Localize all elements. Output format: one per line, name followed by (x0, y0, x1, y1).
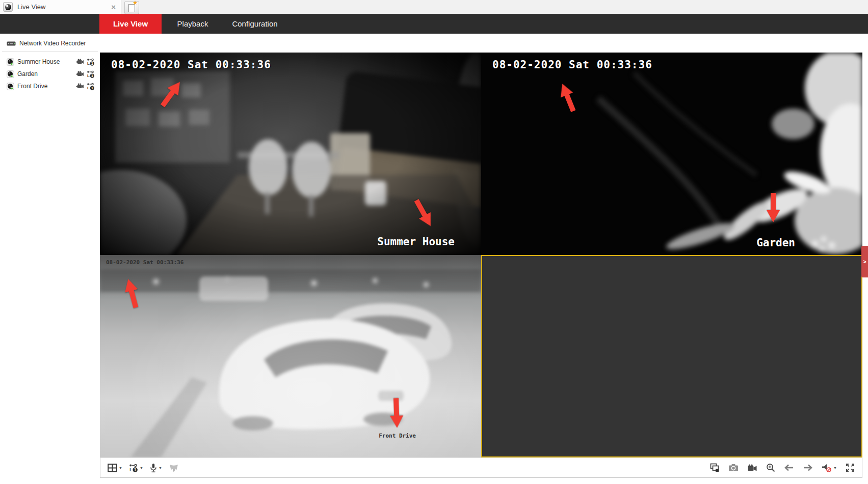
svg-text:L: L (87, 86, 90, 90)
osd-camera-label: Garden (756, 237, 795, 249)
capture-snapshot-button[interactable] (727, 463, 740, 473)
chevron-right-icon: > (863, 259, 866, 265)
tab-playback[interactable]: Playback (162, 14, 224, 34)
camera-lens-icon (7, 83, 14, 90)
camera-name: Front Drive (17, 83, 47, 90)
browser-tab[interactable]: Live View × (0, 0, 121, 14)
expand-panel-button[interactable]: > (861, 246, 868, 277)
stream-type-icon[interactable]: L1 (87, 83, 95, 90)
camera-name: Garden (17, 70, 38, 78)
previous-page-button[interactable] (783, 463, 795, 473)
sidebar-item-front-drive[interactable]: Front Drive L1 (0, 80, 100, 92)
video-pane-front-drive[interactable]: 08-02-2020 Sat 00:33:36 Front Drive (100, 255, 481, 457)
browser-tab-title: Live View (17, 3, 45, 11)
sidebar-item-summer-house[interactable]: Summer House L1 (0, 56, 100, 68)
chevron-down-icon[interactable]: ▼ (833, 466, 837, 470)
osd-camera-label: Summer House (377, 236, 455, 248)
start-live-camcorder-icon[interactable] (76, 59, 84, 65)
camera-lens-icon (7, 70, 14, 78)
audio-mute-button[interactable]: ▼ (821, 462, 838, 473)
svg-text:1: 1 (91, 86, 93, 90)
stop-all-live-view-button[interactable] (709, 462, 721, 473)
stream-type-icon[interactable]: L1 (87, 58, 95, 66)
osd-timestamp: 08-02-2020 Sat 00:33:36 (492, 59, 652, 71)
stream-type-icon[interactable]: L1 (87, 70, 95, 78)
main-nav-bar: Live View Playback Configuration (0, 14, 868, 34)
osd-camera-label: Front Drive (379, 432, 416, 439)
camera-lens-icon (7, 58, 14, 66)
garden-video-frame (481, 53, 862, 255)
nvr-device-name: Network Video Recorder (19, 40, 86, 47)
video-pane-garden[interactable]: 08-02-2020 Sat 00:33:36 Garden (481, 53, 862, 255)
svg-text:1: 1 (91, 61, 93, 66)
chevron-down-icon[interactable]: ▼ (140, 466, 143, 470)
svg-text:1: 1 (134, 467, 137, 472)
new-tab-button[interactable]: ★ (124, 1, 139, 14)
video-pane-empty-selected[interactable] (481, 255, 862, 457)
fog-overlay (100, 255, 481, 457)
sidebar-item-nvr[interactable]: Network Video Recorder (0, 34, 100, 52)
window-division-button[interactable]: ▼ (107, 463, 123, 473)
lens-glyph (5, 4, 11, 10)
nvr-device-icon (7, 40, 16, 47)
tab-live-view[interactable]: Live View (99, 14, 162, 34)
svg-text:1: 1 (91, 73, 93, 78)
sidebar-item-garden[interactable]: Garden L1 (0, 68, 100, 80)
fullscreen-button[interactable] (845, 462, 856, 473)
sidebar-divider (2, 52, 98, 52)
ir-vignette (100, 53, 481, 255)
chevron-down-icon[interactable]: ▼ (119, 466, 122, 470)
digital-zoom-button[interactable] (765, 462, 776, 473)
camera-name: Summer House (17, 58, 60, 65)
live-view-toolbar: ▼ L1 ▼ ▼ (100, 457, 862, 478)
osd-timestamp: 08-02-2020 Sat 00:33:36 (111, 59, 271, 71)
browser-tab-bar: Live View × ★ (0, 0, 868, 14)
svg-text:L: L (87, 73, 90, 78)
chevron-down-icon[interactable]: ▼ (159, 466, 162, 470)
stream-type-button[interactable]: L1 ▼ (128, 463, 144, 473)
svg-text:L: L (129, 467, 133, 472)
record-video-button[interactable] (746, 463, 758, 473)
new-tab-star-icon: ★ (133, 0, 138, 6)
tab-close-icon[interactable]: × (111, 3, 116, 11)
start-live-camcorder-icon[interactable] (76, 83, 84, 89)
start-live-camcorder-icon[interactable] (76, 71, 84, 77)
fisheye-expansion-button[interactable] (168, 462, 180, 473)
video-pane-summer-house[interactable]: 08-02-2020 Sat 00:33:36 Summer House (100, 53, 481, 255)
osd-timestamp: 08-02-2020 Sat 00:33:36 (106, 259, 183, 266)
svg-text:L: L (87, 61, 90, 66)
video-grid: 08-02-2020 Sat 00:33:36 Summer House 08-… (100, 53, 862, 457)
two-way-audio-button[interactable]: ▼ (149, 462, 163, 474)
next-page-button[interactable] (802, 463, 814, 473)
tab-configuration[interactable]: Configuration (224, 14, 286, 34)
webcam-favicon-icon (3, 2, 13, 12)
camera-sidebar: Network Video Recorder Summer House L1 G… (0, 34, 100, 484)
